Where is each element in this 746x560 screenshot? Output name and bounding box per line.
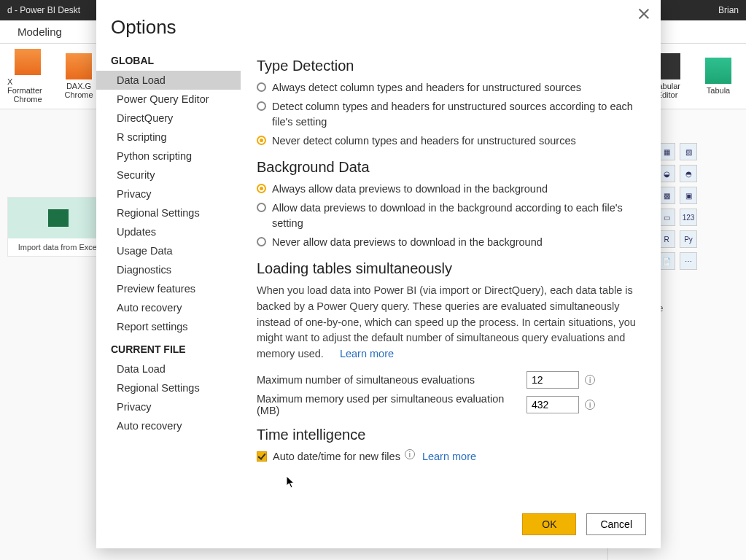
max-evals-label: Maximum number of simultaneous evaluatio… — [257, 374, 527, 386]
dax-icon — [66, 53, 92, 79]
max-mem-input[interactable] — [527, 396, 579, 413]
ok-button[interactable]: OK — [522, 513, 576, 535]
close-icon[interactable] — [637, 7, 650, 20]
sidebar-header-global: GLOBAL — [96, 47, 241, 71]
xformatter-icon — [15, 49, 41, 75]
info-icon[interactable]: i — [585, 375, 595, 385]
options-sidebar: GLOBAL Data Load Power Query Editor Dire… — [96, 47, 241, 505]
viz-icon[interactable]: 123 — [680, 209, 697, 226]
auto-date-time-checkbox[interactable]: Auto date/time for new files i Learn mor… — [257, 449, 640, 464]
sidebar-item-auto-recovery[interactable]: Auto recovery — [96, 298, 241, 317]
learn-more-link[interactable]: Learn more — [422, 449, 476, 464]
title-right: Brian — [718, 5, 739, 15]
viz-icon[interactable]: ▧ — [680, 143, 697, 160]
sidebar-item-regional[interactable]: Regional Settings — [96, 203, 241, 222]
background-data-heading: Background Data — [257, 159, 640, 176]
radio-icon — [257, 101, 266, 111]
viz-icon[interactable]: Py — [680, 230, 697, 248]
options-content: Type Detection Always detect column type… — [241, 47, 661, 505]
info-icon[interactable]: i — [585, 400, 595, 410]
sidebar-item-cf-regional[interactable]: Regional Settings — [96, 378, 241, 397]
type-detection-opt-perfile[interactable]: Detect column types and headers for unst… — [257, 99, 640, 130]
import-excel-card[interactable]: Import data from Excel — [7, 197, 109, 257]
sidebar-item-r-scripting[interactable]: R scripting — [96, 128, 241, 147]
excel-icon — [48, 209, 69, 227]
sidebar-item-power-query[interactable]: Power Query Editor — [96, 90, 241, 109]
sidebar-item-preview-features[interactable]: Preview features — [96, 279, 241, 298]
title-left: d - Power BI Deskt — [7, 5, 80, 15]
cancel-button[interactable]: Cancel — [586, 513, 646, 535]
options-dialog: Options GLOBAL Data Load Power Query Edi… — [96, 0, 661, 548]
checkbox-icon — [257, 451, 267, 462]
max-evals-input[interactable] — [527, 371, 579, 389]
dialog-title: Options — [96, 0, 661, 42]
bg-data-opt-never[interactable]: Never allow data previews to download in… — [257, 235, 640, 250]
loading-heading: Loading tables simultaneously — [257, 260, 640, 277]
sidebar-item-cf-auto-recovery[interactable]: Auto recovery — [96, 416, 241, 435]
radio-icon — [257, 136, 266, 145]
sidebar-item-directquery[interactable]: DirectQuery — [96, 109, 241, 128]
ribbon-tool-daxg[interactable]: DAX.G Chrome — [58, 53, 99, 99]
ribbon-tab-modeling[interactable]: Modeling — [10, 23, 69, 41]
radio-icon — [257, 184, 266, 193]
radio-icon — [257, 203, 266, 212]
bg-data-opt-perfile[interactable]: Allow data previews to download in the b… — [257, 201, 640, 231]
tabula-icon — [705, 58, 731, 84]
viz-icon[interactable]: ⋯ — [680, 252, 697, 270]
sidebar-item-data-load[interactable]: Data Load — [96, 71, 241, 90]
type-detection-opt-never[interactable]: Never detect column types and headers fo… — [257, 133, 640, 149]
type-detection-heading: Type Detection — [257, 58, 640, 74]
info-icon[interactable]: i — [405, 449, 415, 459]
ribbon-tool-xformatter[interactable]: X Formatter Chrome — [7, 49, 48, 104]
sidebar-item-usage-data[interactable]: Usage Data — [96, 241, 241, 260]
bg-data-opt-always[interactable]: Always allow data previews to download i… — [257, 182, 640, 197]
sidebar-header-current: CURRENT FILE — [96, 336, 241, 359]
type-detection-opt-always[interactable]: Always detect column types and headers f… — [257, 80, 640, 96]
viz-icon[interactable]: ◓ — [680, 165, 697, 182]
sidebar-item-security[interactable]: Security — [96, 166, 241, 184]
sidebar-item-privacy[interactable]: Privacy — [96, 184, 241, 203]
max-mem-label: Maximum memory used per simultaneous eva… — [257, 393, 527, 416]
radio-icon — [257, 237, 266, 246]
ribbon-tool-tabula[interactable]: Tabula — [698, 58, 739, 95]
learn-more-link[interactable]: Learn more — [340, 348, 394, 359]
sidebar-item-report-settings[interactable]: Report settings — [96, 317, 241, 336]
radio-icon — [257, 82, 266, 92]
sidebar-item-cf-privacy[interactable]: Privacy — [96, 397, 241, 416]
time-intel-heading: Time intelligence — [257, 427, 640, 443]
viz-icon[interactable]: ▣ — [680, 187, 697, 204]
sidebar-item-diagnostics[interactable]: Diagnostics — [96, 260, 241, 279]
loading-description: When you load data into Power BI (via im… — [257, 283, 640, 362]
sidebar-item-python-scripting[interactable]: Python scripting — [96, 147, 241, 166]
sidebar-item-updates[interactable]: Updates — [96, 222, 241, 241]
sidebar-item-cf-data-load[interactable]: Data Load — [96, 359, 241, 378]
